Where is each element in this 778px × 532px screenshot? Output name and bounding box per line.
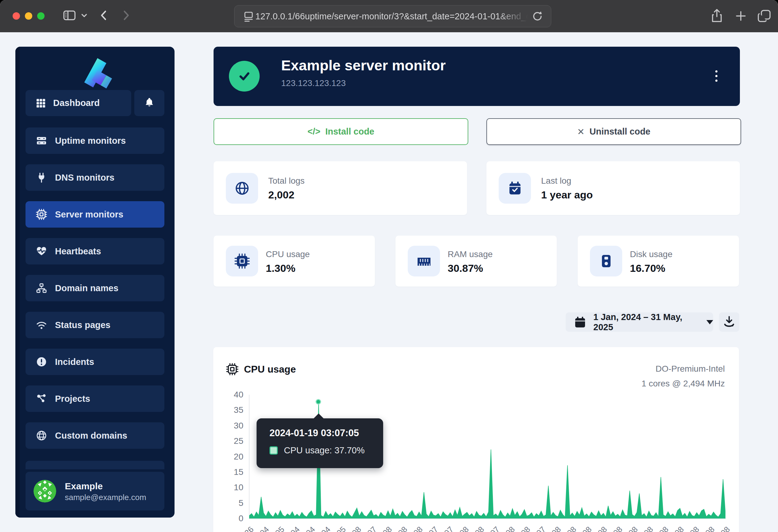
- sidebar-item-label: Status pages: [55, 320, 110, 330]
- user-card[interactable]: Example sample@example.com: [25, 472, 164, 511]
- download-icon: [722, 315, 736, 330]
- x-tick-label: 2024-02-04: [208, 525, 271, 532]
- y-tick-label: 25: [213, 436, 243, 446]
- sidebar-item-dns-monitors[interactable]: DNS monitors: [25, 164, 164, 191]
- chip-icon: [35, 209, 48, 220]
- install-code-button[interactable]: </> Install code: [214, 118, 468, 145]
- new-tab-icon[interactable]: [732, 7, 750, 25]
- share-icon[interactable]: [708, 7, 725, 25]
- hard-drive-icon: [590, 246, 622, 276]
- chart-title: CPU usage: [226, 363, 296, 375]
- url-text[interactable]: 127.0.0.1/66uptime/server-monitor/3?&sta…: [255, 11, 531, 21]
- y-tick-label: 30: [213, 421, 243, 431]
- y-tick-label: 35: [213, 405, 243, 415]
- sidebar-item-label: Projects: [55, 394, 90, 404]
- uninstall-code-button[interactable]: ✕ Uninstall code: [486, 118, 741, 145]
- server-stack-icon: [35, 135, 48, 146]
- stat-label: Disk usage: [630, 249, 673, 259]
- sidebar-item-clipped[interactable]: [25, 461, 164, 469]
- avatar: [33, 480, 56, 503]
- tooltip-timestamp: 2024-01-19 03:07:05: [269, 428, 359, 439]
- series-swatch: [269, 446, 278, 455]
- tooltip-value: CPU usage: 37.70%: [284, 445, 365, 455]
- export-button[interactable]: [719, 313, 739, 332]
- chip-outline-icon: [226, 363, 238, 375]
- exclamation-circle-icon: [35, 356, 48, 367]
- x-tick-label: 2024-01-26: [192, 525, 256, 532]
- y-tick-label: 0: [213, 514, 243, 523]
- browser-window: 127.0.0.1/66uptime/server-monitor/3?&sta…: [0, 0, 778, 532]
- sidebar-item-uptime-monitors[interactable]: Uptime monitors: [25, 127, 164, 154]
- sidebar-item-incidents[interactable]: Incidents: [25, 349, 164, 375]
- status-up-badge: [229, 61, 260, 92]
- stat-value: 1 year ago: [541, 189, 593, 201]
- sidebar-item-label: DNS monitors: [55, 173, 114, 183]
- sidebar: Dashboard Uptime monitors DNS monitors: [15, 47, 174, 518]
- notifications-button[interactable]: [134, 90, 164, 116]
- back-button[interactable]: [97, 7, 110, 24]
- monitor-header-card: Example server monitor 123.123.123.123: [214, 47, 740, 106]
- memory-icon: [408, 246, 440, 276]
- plug-icon: [35, 172, 48, 183]
- close-window-button[interactable]: [13, 12, 20, 20]
- reload-icon[interactable]: [531, 9, 544, 23]
- x-icon: ✕: [577, 126, 585, 137]
- address-bar[interactable]: 127.0.0.1/66uptime/server-monitor/3?&sta…: [234, 5, 551, 27]
- browser-toolbar: 127.0.0.1/66uptime/server-monitor/3?&sta…: [0, 0, 778, 32]
- sidebar-item-heartbeats[interactable]: Heartbeats: [25, 238, 164, 264]
- y-tick-label: 15: [213, 467, 243, 477]
- data-point-marker[interactable]: [316, 399, 321, 405]
- reader-view-icon[interactable]: [242, 9, 255, 23]
- disk-usage-card: Disk usage 16.70%: [578, 236, 739, 287]
- date-range-label: 1 Jan, 2024 – 31 May, 2025: [593, 312, 698, 332]
- stat-label: Last log: [541, 176, 571, 186]
- user-name: Example: [65, 480, 146, 493]
- sidebar-item-label: Custom domains: [55, 431, 127, 441]
- sidebar-item-label: Heartbeats: [55, 246, 101, 257]
- date-range-picker[interactable]: 1 Jan, 2024 – 31 May, 2025: [566, 313, 713, 332]
- bell-icon: [143, 96, 155, 110]
- stat-label: Total logs: [268, 176, 305, 186]
- grid-icon: [35, 98, 47, 109]
- sidebar-item-domain-names[interactable]: Domain names: [25, 275, 164, 301]
- page-title: Example server monitor: [281, 57, 446, 74]
- share-nodes-icon: [35, 393, 48, 404]
- minimize-window-button[interactable]: [25, 12, 32, 20]
- sidebar-item-label: Dashboard: [53, 98, 99, 108]
- calendar-check-icon: [499, 173, 531, 204]
- chart-tooltip: 2024-01-19 03:07:05 CPU usage: 37.70%: [256, 418, 383, 468]
- tab-group-chevron-icon[interactable]: [79, 7, 90, 24]
- sidebar-item-label: Incidents: [55, 357, 94, 367]
- sidebar-item-server-monitors[interactable]: Server monitors: [25, 201, 164, 228]
- y-tick-label: 10: [213, 482, 243, 493]
- calendar-icon: [574, 316, 587, 329]
- app-logo: [77, 55, 113, 92]
- ram-usage-card: RAM usage 30.87%: [395, 236, 557, 287]
- y-tick-label: 20: [213, 452, 243, 462]
- more-options-button[interactable]: [709, 65, 724, 87]
- sidebar-item-custom-domains[interactable]: Custom domains: [25, 422, 164, 449]
- sidebar-scrollbar[interactable]: [15, 47, 20, 518]
- stat-value: 2,002: [268, 189, 294, 201]
- check-icon: [236, 68, 253, 85]
- page-content: Dashboard Uptime monitors DNS monitors: [0, 32, 778, 532]
- last-log-card: Last log 1 year ago: [486, 161, 740, 215]
- sitemap-icon: [35, 283, 48, 294]
- code-icon: </>: [308, 126, 320, 137]
- sidebar-item-status-pages[interactable]: Status pages: [25, 312, 164, 338]
- stat-value: 30.87%: [448, 262, 483, 274]
- stat-label: CPU usage: [266, 249, 310, 259]
- sidebar-item-label: Uptime monitors: [55, 136, 126, 146]
- server-model-label: DO-Premium-Intel: [655, 364, 725, 374]
- sidebar-toggle-icon[interactable]: [61, 7, 78, 24]
- forward-button[interactable]: [119, 7, 133, 24]
- cpu-usage-chart-card: CPU usage DO-Premium-Intel 1 cores @ 2,4…: [213, 347, 739, 532]
- sidebar-item-projects[interactable]: Projects: [25, 385, 164, 412]
- sidebar-item-label: Domain names: [55, 283, 118, 293]
- sidebar-item-dashboard[interactable]: Dashboard: [25, 90, 131, 116]
- tab-overview-icon[interactable]: [755, 7, 774, 25]
- zoom-window-button[interactable]: [37, 12, 45, 20]
- monitor-ip: 123.123.123.123: [281, 78, 346, 88]
- cpu-usage-card: CPU usage 1.30%: [214, 236, 375, 287]
- chevron-down-icon: [706, 320, 713, 324]
